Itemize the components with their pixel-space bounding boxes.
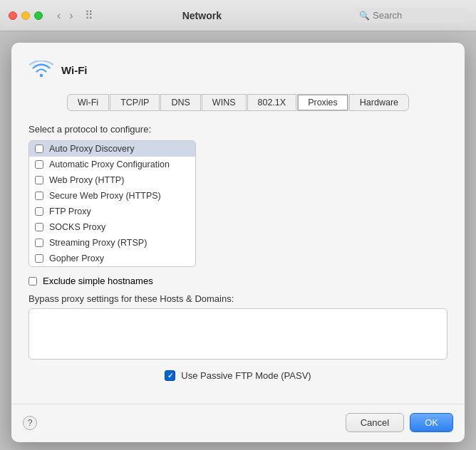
help-button[interactable]: ? xyxy=(23,416,37,430)
main-area: Wi-Fi Wi-Fi TCP/IP DNS WINS 802.1X Proxi… xyxy=(0,31,476,450)
protocol-checkbox-auto-discovery[interactable] xyxy=(35,145,43,153)
tab-8021x[interactable]: 802.1X xyxy=(247,94,297,111)
window-title: Network xyxy=(56,10,348,21)
tab-tcpip[interactable]: TCP/IP xyxy=(110,94,160,111)
traffic-lights xyxy=(9,11,43,20)
ftp-mode-row: Use Passive FTP Mode (PASV) xyxy=(29,370,447,381)
dialog-content: Wi-Fi Wi-Fi TCP/IP DNS WINS 802.1X Proxi… xyxy=(11,43,465,404)
exclude-hostnames-label: Exclude simple hostnames xyxy=(43,276,153,286)
dialog-buttons: ? Cancel OK xyxy=(11,404,465,442)
cancel-button[interactable]: Cancel xyxy=(346,413,404,432)
maximize-button[interactable] xyxy=(34,11,43,20)
tab-proxies[interactable]: Proxies xyxy=(297,94,348,111)
protocol-label-streaming-rtsp: Streaming Proxy (RTSP) xyxy=(49,238,147,248)
protocol-checkbox-socks-proxy[interactable] xyxy=(35,223,43,231)
tab-hardware[interactable]: Hardware xyxy=(349,94,409,111)
protocol-item-secure-https[interactable]: Secure Web Proxy (HTTPS) xyxy=(29,188,195,204)
protocol-item-streaming-rtsp[interactable]: Streaming Proxy (RTSP) xyxy=(29,235,195,251)
section-label: Select a protocol to configure: xyxy=(29,124,447,135)
protocol-label-socks-proxy: SOCKS Proxy xyxy=(49,222,105,232)
tab-dns[interactable]: DNS xyxy=(160,94,200,111)
protocol-item-ftp-proxy[interactable]: FTP Proxy xyxy=(29,204,195,219)
protocol-checkbox-secure-https[interactable] xyxy=(35,192,43,200)
wifi-label: Wi-Fi xyxy=(61,64,88,76)
dialog-panel: Wi-Fi Wi-Fi TCP/IP DNS WINS 802.1X Proxi… xyxy=(11,43,465,442)
minimize-button[interactable] xyxy=(21,11,30,20)
close-button[interactable] xyxy=(9,11,17,20)
protocol-checkbox-auto-config[interactable] xyxy=(35,160,43,169)
ftp-mode-label: Use Passive FTP Mode (PASV) xyxy=(181,370,311,381)
exclude-hostnames-row: Exclude simple hostnames xyxy=(29,276,447,286)
protocol-list: Auto Proxy Discovery Automatic Proxy Con… xyxy=(29,140,196,267)
wifi-header: Wi-Fi xyxy=(29,57,447,83)
protocol-item-web-http[interactable]: Web Proxy (HTTP) xyxy=(29,172,195,188)
bypass-label: Bypass proxy settings for these Hosts & … xyxy=(29,293,447,304)
tab-wifi[interactable]: Wi-Fi xyxy=(67,94,109,111)
search-bar[interactable]: 🔍 xyxy=(353,8,467,23)
exclude-hostnames-checkbox[interactable] xyxy=(29,277,37,286)
wifi-icon xyxy=(29,57,54,83)
protocol-checkbox-streaming-rtsp[interactable] xyxy=(35,239,43,247)
protocol-checkbox-gopher-proxy[interactable] xyxy=(35,254,43,263)
titlebar: ‹ › ⠿ Network 🔍 xyxy=(0,0,476,31)
protocol-label-gopher-proxy: Gopher Proxy xyxy=(49,253,104,263)
protocol-item-socks-proxy[interactable]: SOCKS Proxy xyxy=(29,219,195,235)
protocol-label-ftp-proxy: FTP Proxy xyxy=(49,206,91,216)
protocol-checkbox-ftp-proxy[interactable] xyxy=(35,207,43,216)
bypass-textarea[interactable] xyxy=(29,308,447,360)
protocol-label-auto-discovery: Auto Proxy Discovery xyxy=(49,144,134,154)
protocol-label-auto-config: Automatic Proxy Configuration xyxy=(49,159,170,169)
action-buttons: Cancel OK xyxy=(346,413,453,432)
protocol-label-web-http: Web Proxy (HTTP) xyxy=(49,175,124,185)
protocol-item-auto-discovery[interactable]: Auto Proxy Discovery xyxy=(29,141,195,157)
svg-point-0 xyxy=(40,74,43,77)
tab-bar: Wi-Fi TCP/IP DNS WINS 802.1X Proxies Har… xyxy=(29,94,447,111)
protocol-label-secure-https: Secure Web Proxy (HTTPS) xyxy=(49,191,161,201)
search-input[interactable] xyxy=(373,10,462,21)
protocol-item-gopher-proxy[interactable]: Gopher Proxy xyxy=(29,251,195,266)
protocol-item-auto-config[interactable]: Automatic Proxy Configuration xyxy=(29,157,195,172)
search-icon: 🔍 xyxy=(359,11,370,21)
protocol-checkbox-web-http[interactable] xyxy=(35,176,43,184)
ftp-mode-checkbox[interactable] xyxy=(165,370,175,381)
ok-button[interactable]: OK xyxy=(410,413,453,432)
tab-wins[interactable]: WINS xyxy=(202,94,247,111)
